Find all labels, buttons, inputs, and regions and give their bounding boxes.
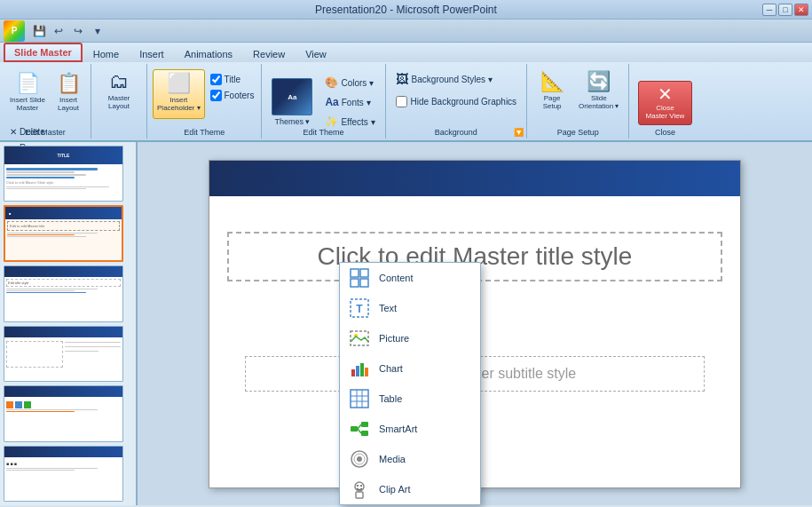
minimize-button[interactable]: ─ (762, 4, 777, 16)
close-master-view-button[interactable]: ✕ CloseMaster View (638, 81, 693, 125)
themes-icon: Aa (272, 78, 312, 115)
content-icon (349, 267, 370, 289)
tab-review[interactable]: Review (243, 45, 295, 62)
slide-thumb-2[interactable]: ■ Edit to edit Master title (4, 205, 123, 262)
dropdown-item-picture[interactable]: Picture (340, 323, 480, 353)
svg-rect-1 (360, 269, 368, 277)
footers-check-input[interactable] (210, 90, 222, 101)
slide-panel: TITLE Click to edit Master Slide style ■… (0, 142, 138, 505)
themes-button[interactable]: Aa Themes ▾ (267, 75, 317, 129)
slide-thumb-4[interactable] (4, 326, 123, 382)
slide-area: Click to edit Master title style Click t… (138, 142, 812, 505)
page-setup-label: Page Setup (527, 126, 628, 137)
slide-4-header (4, 327, 122, 337)
background-label: Background (386, 126, 527, 137)
table-icon (349, 388, 370, 409)
page-setup-icon: 📐 (540, 70, 564, 93)
svg-rect-9 (356, 366, 359, 376)
hide-background-button[interactable]: Hide Background Graphics (391, 91, 522, 110)
svg-point-26 (357, 485, 359, 487)
slide-3-content: Edit title style (4, 277, 122, 321)
edit-master-group: 📄 Insert SlideMaster 📋 InsertLayout ✕ De… (0, 64, 91, 139)
master-layout-icon: 🗂 (109, 70, 129, 93)
svg-line-21 (358, 429, 361, 433)
insert-placeholder-button[interactable]: ⬜ InsertPlaceholder ▾ (153, 69, 204, 119)
themes-group: Aa Themes ▾ 🎨 Colors ▾ Aa Fonts ▾ ✨ Effe… (262, 64, 385, 139)
main-area: TITLE Click to edit Master Slide style ■… (0, 142, 812, 505)
dropdown-item-smartart[interactable]: SmartArt (340, 414, 480, 444)
slide-header (209, 161, 740, 196)
slide-2-content: Edit to edit Master title (5, 219, 122, 260)
slide-6-header (4, 447, 122, 457)
undo-quick-button[interactable]: ↩ (50, 23, 67, 39)
slide-5-header (4, 386, 122, 397)
tab-animations[interactable]: Animations (175, 45, 242, 62)
dropdown-item-chart[interactable]: Chart (340, 353, 480, 384)
tab-home[interactable]: Home (83, 45, 129, 62)
slide-3-header (4, 266, 122, 277)
slide-thumb-3[interactable]: Edit title style (4, 265, 123, 321)
insert-placeholder-dropdown: Content T Text (339, 262, 481, 505)
insert-slide-master-button[interactable]: 📄 Insert SlideMaster (5, 69, 50, 123)
save-quick-button[interactable]: 💾 (30, 23, 48, 39)
page-setup-button[interactable]: 📐 PageSetup (532, 67, 572, 121)
dropdown-item-clipart[interactable]: Clip Art (340, 474, 480, 504)
slide-thumb-6[interactable]: ■ ■ ■ (4, 446, 123, 502)
media-icon (349, 448, 370, 470)
dropdown-item-content[interactable]: Content (340, 263, 480, 293)
ribbon: 📄 Insert SlideMaster 📋 InsertLayout ✕ De… (0, 62, 812, 142)
svg-rect-8 (351, 369, 355, 376)
slide-orientation-button[interactable]: 🔄 SlideOrientation ▾ (574, 67, 623, 121)
text-icon: T (349, 297, 370, 319)
slide-5-content (4, 397, 122, 440)
slide-6-content: ■ ■ ■ (4, 457, 122, 501)
insert-slide-master-icon: 📄 (16, 72, 40, 95)
tab-view[interactable]: View (296, 45, 336, 62)
edit-master-label: Edit Master (0, 126, 91, 137)
slide-thumb-1-header: TITLE (4, 147, 122, 164)
dropdown-item-media[interactable]: Media (340, 444, 480, 474)
close-window-button[interactable]: ✕ (794, 4, 808, 16)
slide-thumb-5[interactable] (4, 385, 123, 441)
fonts-icon: Aa (325, 96, 338, 108)
master-layout-button[interactable]: 🗂 MasterLayout (97, 67, 141, 121)
svg-rect-2 (351, 279, 359, 287)
quick-access-dropdown[interactable]: ▾ (89, 23, 106, 39)
hide-bg-checkbox[interactable] (396, 96, 407, 107)
svg-text:T: T (356, 303, 363, 315)
svg-rect-12 (351, 390, 368, 408)
svg-rect-10 (360, 363, 364, 376)
fonts-button[interactable]: Aa Fonts ▾ (320, 93, 379, 111)
insert-layout-button[interactable]: 📋 InsertLayout (51, 69, 85, 123)
background-styles-icon: 🖼 (396, 72, 408, 86)
colors-button[interactable]: 🎨 Colors ▾ (320, 74, 379, 91)
dropdown-item-text[interactable]: T Text (340, 293, 480, 323)
maximize-button[interactable]: □ (778, 4, 792, 16)
svg-rect-18 (361, 422, 368, 427)
redo-quick-button[interactable]: ↪ (69, 23, 87, 39)
master-layout-group: 🗂 MasterLayout (91, 64, 147, 139)
insert-layout-icon: 📋 (57, 72, 81, 95)
edit-theme-label2: Edit Theme (262, 126, 384, 137)
svg-point-23 (357, 456, 362, 462)
clipart-icon (349, 479, 370, 500)
tab-slide-master[interactable]: Slide Master (4, 43, 83, 62)
footers-checkbox[interactable]: Footers (209, 89, 256, 102)
edit-theme-label1: Edit Theme (147, 126, 261, 137)
quick-access-toolbar: P 💾 ↩ ↪ ▾ (0, 20, 812, 43)
tab-insert[interactable]: Insert (130, 45, 174, 62)
insert-placeholder-icon: ⬜ (167, 72, 191, 95)
title-checkbox[interactable]: Title (209, 73, 256, 86)
dropdown-item-table[interactable]: Table (340, 384, 480, 414)
close-master-icon: ✕ (658, 85, 673, 103)
background-styles-button[interactable]: 🖼 Background Styles ▾ (391, 69, 497, 89)
title-check-input[interactable] (210, 74, 222, 85)
slide-thumb-1-content: Click to edit Master Slide style (4, 164, 122, 201)
app-icon: P (4, 20, 25, 42)
svg-point-27 (360, 485, 362, 487)
slide-thumb-1[interactable]: TITLE Click to edit Master Slide style (4, 146, 123, 202)
svg-rect-0 (351, 269, 359, 277)
close-label: Close (629, 126, 700, 137)
svg-rect-28 (356, 492, 363, 498)
slide-4-content (4, 337, 122, 381)
